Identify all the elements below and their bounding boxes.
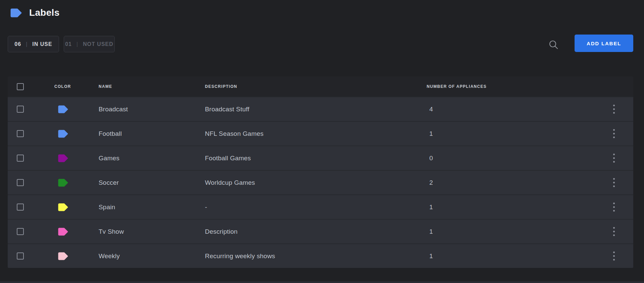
appliances-count: 1 — [427, 252, 595, 260]
label-name: Games — [99, 155, 205, 162]
row-menu-kebab-icon[interactable] — [611, 103, 617, 116]
label-tag-icon — [10, 8, 22, 18]
row-checkbox[interactable] — [17, 228, 24, 235]
label-name: Football — [99, 130, 205, 137]
label-description: NFL Season Games — [205, 130, 427, 137]
row-menu-kebab-icon[interactable] — [611, 225, 617, 238]
row-checkbox[interactable] — [17, 204, 24, 211]
column-header-color: COLOR — [54, 84, 99, 89]
filter-in-use-button[interactable]: 06 | IN USE — [8, 36, 59, 52]
appliances-count: 0 — [427, 155, 595, 162]
row-menu-kebab-icon[interactable] — [611, 127, 617, 140]
label-description: Description — [205, 228, 427, 235]
page-header: Labels — [10, 7, 60, 18]
row-checkbox[interactable] — [17, 179, 24, 186]
label-name: Spain — [99, 204, 205, 211]
blue-label-tag-icon — [58, 105, 68, 113]
appliances-count: 1 — [427, 228, 595, 235]
green-label-tag-icon — [58, 179, 68, 187]
label-name: Tv Show — [99, 228, 205, 235]
table-row[interactable]: BroadcastBroadcast Stuff4 — [8, 97, 633, 121]
table-row[interactable]: FootballNFL Season Games1 — [8, 122, 633, 146]
table-row[interactable]: SoccerWorldcup Games2 — [8, 171, 633, 194]
row-checkbox[interactable] — [17, 106, 24, 113]
row-menu-kebab-icon[interactable] — [611, 249, 617, 263]
table-row[interactable]: GamesFootball Games0 — [8, 146, 633, 170]
page-title: Labels — [29, 7, 60, 18]
label-name: Soccer — [99, 179, 205, 186]
pink-label-tag-icon — [58, 228, 68, 236]
add-label-button[interactable]: ADD LABEL — [575, 35, 633, 52]
column-header-appliances: NUMBER OF APPLIANCES — [427, 84, 595, 89]
appliances-count: 1 — [427, 204, 595, 211]
blue-label-tag-icon — [58, 130, 68, 138]
table-row[interactable]: WeeklyRecurring weekly shows1 — [8, 244, 633, 268]
column-header-name: NAME — [99, 84, 205, 89]
label-description: - — [205, 204, 427, 211]
light-pink-label-tag-icon — [58, 252, 68, 260]
row-menu-kebab-icon[interactable] — [611, 152, 617, 165]
table-row[interactable]: Spain-1 — [8, 195, 633, 219]
purple-label-tag-icon — [58, 154, 68, 162]
labels-table: COLOR NAME DESCRIPTION NUMBER OF APPLIAN… — [8, 76, 633, 268]
in-use-count: 06 — [14, 41, 21, 47]
label-name: Weekly — [99, 252, 205, 260]
bottom-strip — [0, 281, 644, 283]
table-row[interactable]: Tv ShowDescription1 — [8, 220, 633, 243]
appliances-count: 2 — [427, 179, 595, 186]
in-use-label: IN USE — [32, 41, 52, 47]
yellow-label-tag-icon — [58, 203, 68, 211]
filter-not-used-button[interactable]: 01 | NOT USED — [64, 36, 115, 52]
row-menu-kebab-icon[interactable] — [611, 201, 617, 214]
not-used-count: 01 — [65, 41, 72, 47]
table-header-row: COLOR NAME DESCRIPTION NUMBER OF APPLIAN… — [8, 76, 633, 97]
label-description: Football Games — [205, 155, 427, 162]
column-header-description: DESCRIPTION — [205, 84, 427, 89]
appliances-count: 4 — [427, 106, 595, 113]
label-description: Broadcast Stuff — [205, 106, 427, 113]
label-description: Worldcup Games — [205, 179, 427, 186]
not-used-label: NOT USED — [83, 41, 113, 47]
row-checkbox[interactable] — [17, 155, 24, 162]
row-checkbox[interactable] — [17, 252, 24, 260]
row-checkbox[interactable] — [17, 130, 24, 137]
select-all-checkbox[interactable] — [17, 83, 24, 90]
search-icon-glyph — [548, 39, 559, 51]
label-name: Broadcast — [99, 106, 205, 113]
appliances-count: 1 — [427, 130, 595, 137]
label-description: Recurring weekly shows — [205, 252, 427, 260]
row-menu-kebab-icon[interactable] — [611, 176, 617, 189]
filter-divider: | — [26, 41, 28, 47]
filter-divider: | — [76, 41, 78, 47]
search-icon[interactable] — [548, 39, 559, 51]
